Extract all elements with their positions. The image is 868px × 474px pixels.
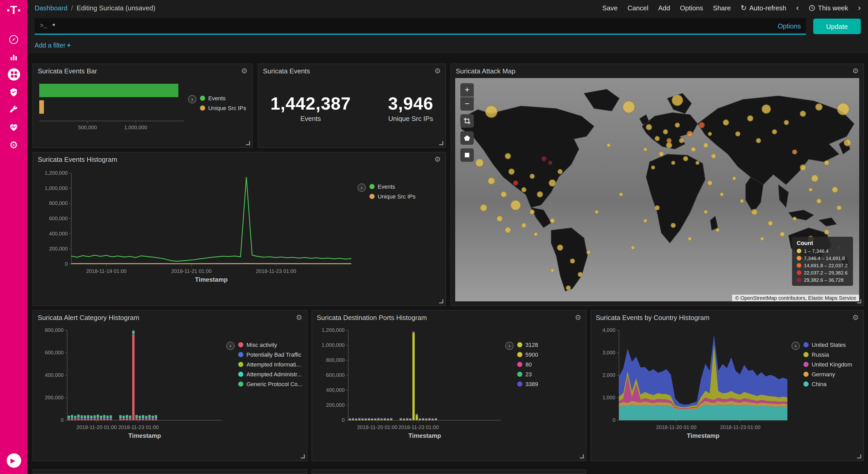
attack-point[interactable] — [703, 142, 708, 148]
tmobile-logo[interactable]: T — [7, 4, 21, 17]
legend-item[interactable]: Russia — [803, 352, 852, 358]
attack-point[interactable] — [732, 177, 736, 181]
attack-point[interactable] — [672, 95, 683, 106]
attack-point[interactable] — [679, 138, 684, 143]
attack-point[interactable] — [824, 230, 830, 235]
attack-point[interactable] — [686, 131, 692, 137]
map-attribution[interactable]: © OpenStreetMap contributors, Elastic Ma… — [732, 295, 859, 301]
resize-handle[interactable] — [439, 141, 443, 145]
attack-point[interactable] — [816, 198, 822, 203]
legend-item[interactable]: Germany — [803, 371, 852, 377]
legend-item[interactable]: Unique Src IPs — [369, 193, 416, 200]
sidebar-item-monitoring[interactable] — [5, 118, 23, 136]
attack-point[interactable] — [762, 105, 771, 114]
attack-point[interactable] — [716, 228, 720, 232]
legend-item[interactable]: Misc activity — [238, 342, 302, 348]
attack-point[interactable] — [824, 160, 830, 166]
attack-point[interactable] — [497, 215, 503, 222]
attack-point[interactable] — [504, 227, 511, 233]
attack-point[interactable] — [521, 223, 526, 228]
attack-point[interactable] — [511, 200, 521, 210]
attack-point[interactable] — [740, 199, 744, 203]
panel-suricata-events-bar[interactable]: Suricata Events Bar ⚙ 500,0001,000,000 ›… — [33, 64, 253, 148]
attack-point[interactable] — [792, 149, 797, 154]
panel-suricata-destination-ports-histogram[interactable]: Suricata Destination Ports Histogram ⚙ 0… — [312, 310, 586, 461]
cancel-button[interactable]: Cancel — [627, 4, 648, 11]
panel-partial[interactable] — [33, 469, 307, 474]
attack-point[interactable] — [691, 147, 696, 152]
attack-point[interactable] — [843, 139, 851, 147]
panel-suricata-events-histogram[interactable]: Suricata Events Histogram ⚙ 0200,000400,… — [33, 152, 446, 306]
attack-point[interactable] — [480, 204, 487, 211]
attack-point[interactable] — [671, 223, 676, 228]
panel-suricata-events-by-country-histogram[interactable]: Suricata Events by Country Histogram ⚙ 0… — [591, 310, 864, 461]
attack-point[interactable] — [521, 187, 526, 192]
sidebar-item-devtools[interactable] — [5, 101, 23, 118]
attack-point[interactable] — [704, 210, 708, 214]
attack-point[interactable] — [708, 132, 712, 136]
attack-point[interactable] — [687, 237, 691, 241]
panel-partial[interactable] — [312, 469, 586, 474]
attack-point[interactable] — [768, 221, 773, 226]
attack-point[interactable] — [667, 138, 672, 143]
legend-item[interactable]: 14,691.8 – 22,037.2 — [797, 263, 848, 268]
resize-handle[interactable] — [246, 141, 250, 145]
time-forward-button[interactable]: › — [858, 4, 861, 12]
legend-item[interactable]: Attempted Informati... — [238, 361, 302, 367]
attack-point[interactable] — [655, 205, 660, 210]
attack-point[interactable] — [541, 156, 547, 161]
query-options-link[interactable]: Options — [778, 22, 801, 30]
attack-point[interactable] — [475, 159, 484, 167]
legend-item[interactable]: 7,346.4 – 14,691.8 — [797, 255, 848, 261]
attack-point[interactable] — [534, 232, 538, 236]
attack-point[interactable] — [809, 188, 813, 192]
panel-gear-icon[interactable]: ⚙ — [434, 67, 441, 75]
attack-point[interactable] — [751, 209, 757, 215]
attack-point[interactable] — [558, 169, 563, 174]
legend-expand-icon[interactable]: › — [226, 342, 235, 350]
attack-point[interactable] — [619, 192, 623, 196]
legend-expand-icon[interactable]: › — [188, 95, 196, 103]
draw-rectangle-button[interactable] — [460, 148, 474, 162]
legend-item[interactable]: 3389 — [517, 381, 538, 387]
panel-gear-icon[interactable]: ⚙ — [575, 314, 581, 321]
attack-point[interactable] — [800, 111, 806, 117]
attack-point[interactable] — [586, 250, 591, 254]
world-map[interactable]: + − Count 1 – 7,346.47,346.4 – 14,691.81… — [455, 78, 859, 301]
legend-item[interactable]: Potentially Bad Traffic — [238, 352, 302, 358]
attack-point[interactable] — [557, 245, 563, 251]
auto-refresh-button[interactable]: ↻ Auto-refresh — [741, 4, 786, 11]
resize-handle[interactable] — [301, 454, 305, 458]
resize-handle[interactable] — [439, 299, 443, 303]
zoom-out-button[interactable]: − — [460, 97, 474, 111]
legend-item[interactable]: 80 — [517, 361, 538, 367]
attack-point[interactable] — [683, 156, 688, 161]
attack-point[interactable] — [550, 218, 555, 224]
attack-point[interactable] — [504, 153, 511, 159]
attack-point[interactable] — [800, 165, 806, 171]
attack-point[interactable] — [550, 268, 554, 272]
attack-point[interactable] — [655, 136, 660, 141]
attack-point[interactable] — [537, 191, 543, 197]
sidebar-item-management[interactable]: ⚙ — [5, 136, 23, 153]
attack-point[interactable] — [760, 237, 765, 241]
panel-gear-icon[interactable]: ⚙ — [296, 314, 302, 321]
attack-point[interactable] — [623, 101, 635, 113]
time-range-button[interactable]: This week — [809, 4, 848, 11]
legend-expand-icon[interactable]: › — [505, 342, 514, 350]
sidebar-item-visualize[interactable] — [5, 48, 23, 66]
legend-expand-icon[interactable]: › — [792, 342, 800, 350]
panel-suricata-events-metric[interactable]: Suricata Events ⚙ 1,442,387 Events 3,946… — [258, 64, 446, 148]
attack-point[interactable] — [736, 131, 741, 137]
legend-item[interactable]: 3128 — [517, 342, 538, 348]
legend-item[interactable]: United Kingdom — [803, 361, 852, 367]
attack-point[interactable] — [695, 161, 700, 165]
attack-point[interactable] — [651, 166, 655, 170]
attack-point[interactable] — [811, 175, 818, 182]
attack-point[interactable] — [659, 151, 664, 157]
breadcrumb-dashboard-link[interactable]: Dashboard — [35, 4, 67, 11]
add-filter-link[interactable]: Add a filter+ — [35, 41, 71, 49]
legend-item[interactable]: Attempted Administr... — [238, 371, 302, 377]
panel-gear-icon[interactable]: ⚙ — [241, 67, 247, 75]
legend-item[interactable]: Generic Protocol Co... — [238, 381, 302, 387]
